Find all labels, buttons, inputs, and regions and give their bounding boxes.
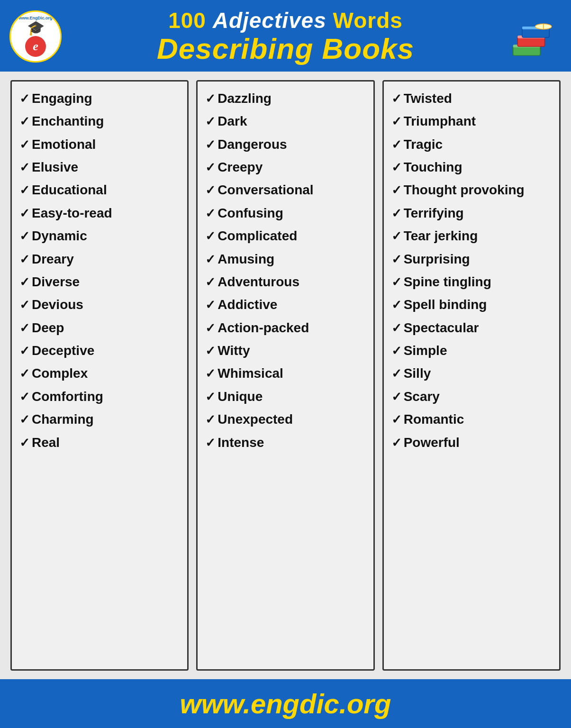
- checkmark-icon: ✓: [391, 274, 402, 291]
- list-item: ✓Engaging: [19, 90, 180, 107]
- list-item: ✓Spell binding: [391, 296, 552, 313]
- word-label: Dangerous: [218, 136, 287, 153]
- list-item: ✓Easy-to-read: [19, 205, 180, 222]
- title-line2: Describing Books: [71, 33, 500, 65]
- title-adj: Adjectives: [213, 8, 326, 33]
- books-svg: [511, 13, 561, 60]
- checkmark-icon: ✓: [205, 114, 216, 130]
- list-item: ✓Charming: [19, 411, 180, 428]
- list-item: ✓Thought provoking: [391, 182, 552, 199]
- checkmark-icon: ✓: [19, 274, 30, 291]
- logo-circle: e: [25, 36, 46, 57]
- list-item: ✓Unexpected: [205, 411, 365, 428]
- list-item: ✓Real: [19, 434, 180, 451]
- word-label: Tragic: [404, 136, 443, 153]
- list-item: ✓Amusing: [205, 251, 365, 268]
- list-item: ✓Addictive: [205, 296, 365, 313]
- books-icon: [509, 10, 562, 63]
- list-item: ✓Comforting: [19, 388, 180, 405]
- title-num: 100: [168, 8, 206, 33]
- list-item: ✓Tragic: [391, 136, 552, 153]
- checkmark-icon: ✓: [391, 137, 402, 153]
- checkmark-icon: ✓: [205, 412, 216, 428]
- word-label: Scary: [404, 388, 440, 405]
- word-label: Triumphant: [404, 113, 476, 130]
- word-label: Confusing: [218, 205, 283, 222]
- list-item: ✓Dreary: [19, 251, 180, 268]
- checkmark-icon: ✓: [205, 182, 216, 199]
- word-label: Deceptive: [32, 342, 94, 359]
- list-item: ✓Triumphant: [391, 113, 552, 130]
- word-label: Spine tingling: [404, 273, 491, 291]
- checkmark-icon: ✓: [205, 389, 216, 405]
- word-label: Unexpected: [218, 411, 293, 428]
- word-label: Addictive: [218, 296, 277, 313]
- checkmark-icon: ✓: [391, 228, 402, 245]
- word-label: Spell binding: [404, 296, 487, 313]
- checkmark-icon: ✓: [391, 160, 402, 176]
- word-label: Devious: [32, 296, 83, 313]
- checkmark-icon: ✓: [19, 435, 30, 451]
- word-label: Spectacular: [404, 319, 479, 337]
- list-item: ✓Scary: [391, 388, 552, 405]
- word-label: Thought provoking: [404, 182, 525, 199]
- checkmark-icon: ✓: [19, 297, 30, 313]
- word-label: Complicated: [218, 228, 297, 245]
- word-label: Enchanting: [32, 113, 104, 130]
- list-item: ✓Surprising: [391, 251, 552, 268]
- checkmark-icon: ✓: [19, 206, 30, 222]
- list-item: ✓Confusing: [205, 205, 365, 222]
- list-item: ✓Conversational: [205, 182, 365, 199]
- checkmark-icon: ✓: [205, 274, 216, 291]
- list-item: ✓Tear jerking: [391, 228, 552, 245]
- list-item: ✓Witty: [205, 342, 365, 359]
- checkmark-icon: ✓: [205, 343, 216, 359]
- checkmark-icon: ✓: [19, 228, 30, 245]
- checkmark-icon: ✓: [205, 320, 216, 337]
- checkmark-icon: ✓: [19, 389, 30, 405]
- word-label: Emotional: [32, 136, 96, 153]
- list-item: ✓Dazzling: [205, 90, 365, 107]
- checkmark-icon: ✓: [205, 206, 216, 222]
- title-words: Words: [333, 8, 403, 33]
- title-line1: 100 Adjectives Words: [71, 9, 500, 33]
- checkmark-icon: ✓: [19, 252, 30, 268]
- word-label: Romantic: [404, 411, 464, 428]
- checkmark-icon: ✓: [391, 206, 402, 222]
- word-label: Touching: [404, 159, 462, 176]
- footer-url: www.engdic.org: [9, 688, 562, 719]
- word-label: Engaging: [32, 90, 92, 107]
- word-label: Simple: [404, 342, 447, 359]
- list-item: ✓Enchanting: [19, 113, 180, 130]
- word-label: Surprising: [404, 251, 470, 268]
- list-item: ✓Creepy: [205, 159, 365, 176]
- checkmark-icon: ✓: [205, 366, 216, 382]
- list-item: ✓Simple: [391, 342, 552, 359]
- checkmark-icon: ✓: [391, 343, 402, 359]
- word-label: Dark: [218, 113, 247, 130]
- word-label: Educational: [32, 182, 107, 199]
- list-item: ✓Devious: [19, 296, 180, 313]
- checkmark-icon: ✓: [391, 182, 402, 199]
- word-label: Unique: [218, 388, 263, 405]
- checkmark-icon: ✓: [391, 297, 402, 313]
- word-label: Adventurous: [218, 273, 299, 291]
- list-item: ✓Unique: [205, 388, 365, 405]
- list-item: ✓Complicated: [205, 228, 365, 245]
- column-col1: ✓Engaging✓Enchanting✓Emotional✓Elusive✓E…: [10, 80, 189, 671]
- list-item: ✓Deep: [19, 319, 180, 337]
- word-label: Easy-to-read: [32, 205, 112, 222]
- list-item: ✓Action-packed: [205, 319, 365, 337]
- word-label: Diverse: [32, 273, 80, 291]
- word-label: Dynamic: [32, 228, 87, 245]
- list-item: ✓Romantic: [391, 411, 552, 428]
- logo-e-letter: e: [33, 39, 38, 54]
- header-title: 100 Adjectives Words Describing Books: [71, 9, 500, 65]
- footer: www.engdic.org: [0, 679, 571, 728]
- checkmark-icon: ✓: [19, 366, 30, 382]
- list-item: ✓Touching: [391, 159, 552, 176]
- word-label: Real: [32, 434, 60, 451]
- word-label: Conversational: [218, 182, 313, 199]
- columns-area: ✓Engaging✓Enchanting✓Emotional✓Elusive✓E…: [0, 72, 571, 679]
- list-item: ✓Elusive: [19, 159, 180, 176]
